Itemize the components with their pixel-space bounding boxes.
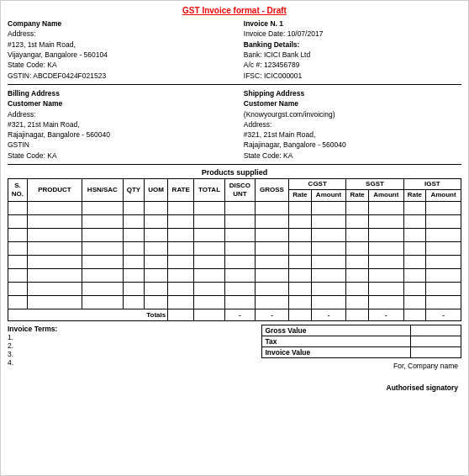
shipping-customer-name: Customer Name [244, 98, 461, 108]
th-igst-amount: Amount [426, 190, 461, 201]
tax-label: Tax [262, 336, 411, 346]
totals-row: Totals - - - - - [8, 309, 461, 320]
gross-value-amount [411, 325, 461, 336]
ifsc-label: IFSC: [244, 71, 262, 80]
ifsc-value: ICIC000001 [264, 71, 302, 80]
billing-address-label: Address: [8, 109, 225, 119]
th-sgst-rate: Rate [346, 190, 369, 201]
shipping-city: Rajajinagar, Bangalore - 560040 [244, 140, 461, 150]
company-city: Vijayangar, Bangalore - 560104 [8, 50, 225, 60]
billing-title: Billing Address [8, 88, 225, 98]
bank-label: Bank: [244, 50, 262, 59]
invoice-number-label: Invoice N. [244, 19, 277, 28]
billing-city: Rajajinagar, Bangalore - 560040 [8, 130, 225, 140]
invoice-value-amount [411, 346, 461, 357]
company-signatory-line: For, Company name [261, 362, 458, 370]
invoice-number: Invoice N. 1 [244, 19, 461, 29]
invoice-page: GST Invoice format - Draft Company Name … [0, 0, 469, 476]
table-row [8, 295, 461, 309]
invoice-info: Invoice N. 1 Invoice Date: 10/07/2017 Ba… [244, 19, 461, 81]
th-sno: S. NO. [8, 179, 28, 202]
totals-rate [168, 309, 194, 320]
company-name: Company Name [8, 19, 225, 29]
shipping-address1: #321, 21st Main Road, [244, 130, 461, 140]
summary-row-invoice: Invoice Value [262, 346, 461, 357]
billing-state: State Code: KA [8, 151, 225, 161]
billing-section: Billing Address Customer Name Address: #… [8, 88, 461, 165]
summary-table: Gross Value Tax Invoice Value For, Compa… [261, 325, 461, 392]
th-cgst-rate: Rate [289, 190, 312, 201]
table-row [8, 201, 461, 214]
billing-info: Billing Address Customer Name Address: #… [8, 88, 225, 161]
table-row [8, 255, 461, 268]
shipping-title: Shipping Address [244, 88, 461, 98]
th-hsn: HSN/SAC [82, 179, 124, 202]
totals-disco: - [224, 309, 255, 320]
company-address-label: Address: [8, 29, 225, 39]
summary-row-tax: Tax [262, 336, 461, 346]
invoice-value-label: Invoice Value [262, 346, 411, 357]
th-disco: DISCO UNT [224, 179, 255, 202]
billing-gstin: GSTIN [8, 140, 225, 150]
table-row [8, 228, 461, 241]
table-body: Totals - - - - - [8, 201, 461, 320]
authorised-signatory: Authorised signatory [261, 383, 458, 392]
banking-label: Banking Details: [244, 40, 461, 50]
shipping-website: (Knowyourgst.com/invoicing) [244, 109, 461, 119]
ac-info: A/c #: 123456789 [244, 60, 461, 70]
totals-cgst-amt: - [311, 309, 346, 320]
billing-address1: #321, 21st Main Road, [8, 119, 225, 130]
bank-info: Bank: ICICI Bank Ltd [244, 50, 461, 60]
th-cgst: CGST [289, 179, 346, 190]
th-gross: GROSS [255, 179, 288, 202]
table-row [8, 282, 461, 295]
th-igst-rate: Rate [403, 190, 426, 201]
ifsc-info: IFSC: ICIC000001 [244, 71, 461, 81]
terms-item-4: 4. [8, 358, 244, 367]
terms-item-3: 3. [8, 350, 244, 358]
table-row [8, 268, 461, 282]
invoice-date: Invoice Date: 10/07/2017 [244, 29, 461, 39]
signatory-section: For, Company name Authorised signatory [261, 362, 461, 392]
company-gstin: GSTIN: ABCDEF0424F021523 [8, 71, 225, 81]
invoice-number-value: 1 [279, 19, 283, 28]
th-uom: UOM [145, 179, 168, 202]
products-title: Products supplied [8, 168, 461, 177]
shipping-info: Shipping Address Customer Name (Knowyour… [244, 88, 461, 161]
totals-igst-amt: - [426, 309, 461, 320]
company-address-value: #123, 1st Main Road, [8, 40, 225, 50]
company-info: Company Name Address: #123, 1st Main Roa… [8, 19, 225, 81]
totals-total [194, 309, 225, 320]
table-row [8, 241, 461, 255]
table-row [8, 214, 461, 228]
terms-item-1: 1. [8, 333, 244, 341]
table-header-row: S. NO. PRODUCT HSN/SAC QTY UOM RATE TOTA… [8, 179, 461, 190]
totals-sgst-amt: - [368, 309, 403, 320]
invoice-date-value: 10/07/2017 [287, 29, 324, 38]
billing-customer-name: Customer Name [8, 98, 225, 108]
gross-value-label: Gross Value [262, 325, 411, 336]
totals-cgst-rate [289, 309, 312, 320]
th-igst: IGST [403, 179, 461, 190]
totals-igst-rate [403, 309, 426, 320]
ac-label: A/c #: [244, 61, 262, 69]
totals-gross: - [255, 309, 288, 320]
th-sgst-amount: Amount [368, 190, 403, 201]
th-total: TOTAL [194, 179, 225, 202]
totals-sgst-rate [346, 309, 369, 320]
page-title: GST Invoice format - Draft [8, 6, 461, 15]
th-sgst: SGST [346, 179, 403, 190]
header-section: Company Name Address: #123, 1st Main Roa… [8, 19, 461, 85]
bank-value: ICICI Bank Ltd [264, 50, 310, 59]
company-state: State Code: KA [8, 60, 225, 70]
invoice-date-label: Invoice Date: [244, 29, 286, 38]
terms-title: Invoice Terms: [8, 325, 57, 333]
ac-value: 123456789 [264, 61, 300, 69]
th-cgst-amount: Amount [311, 190, 346, 201]
invoice-terms: Invoice Terms: 1. 2. 3. 4. [8, 325, 244, 392]
terms-item-2: 2. [8, 341, 244, 350]
footer-section: Invoice Terms: 1. 2. 3. 4. Gross Value T… [8, 325, 461, 392]
th-product: PRODUCT [27, 179, 82, 202]
shipping-address-label: Address: [244, 119, 461, 130]
th-qty: QTY [123, 179, 144, 202]
